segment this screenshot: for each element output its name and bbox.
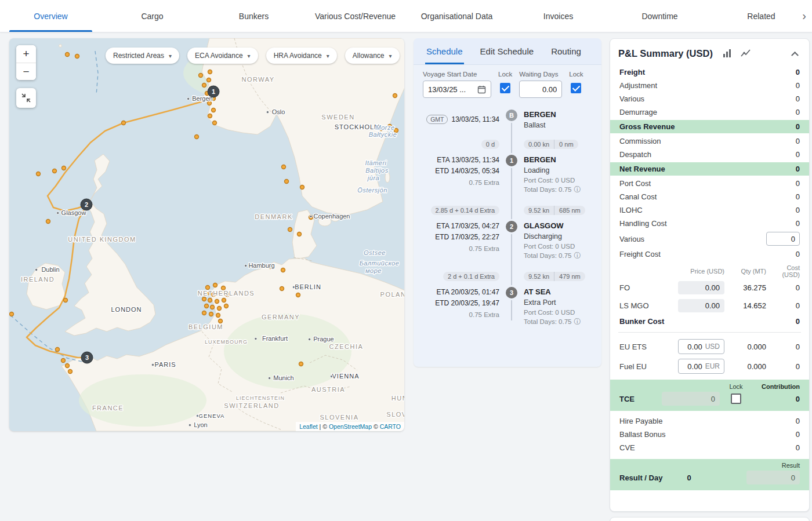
- port-dot[interactable]: [37, 172, 41, 176]
- port-dot[interactable]: [281, 268, 285, 272]
- port-dot[interactable]: [202, 83, 206, 88]
- schedule-tab-edit-schedule[interactable]: Edit Schedule: [479, 38, 535, 64]
- port-dot[interactable]: [298, 232, 302, 236]
- info-icon[interactable]: ⓘ: [574, 252, 581, 259]
- tab-overview[interactable]: Overview: [0, 0, 102, 32]
- port-dot[interactable]: [75, 54, 79, 59]
- recenter-button[interactable]: [16, 88, 36, 108]
- port-dot[interactable]: [61, 359, 66, 363]
- port-dot[interactable]: [300, 185, 304, 190]
- collapse-panel-icon[interactable]: [788, 47, 801, 60]
- tab-bunkers[interactable]: Bunkers: [203, 0, 304, 32]
- tab-various-cost-revenue[interactable]: Various Cost/Revenue: [304, 0, 406, 32]
- port-dot[interactable]: [212, 108, 216, 112]
- voyage-start-date-input[interactable]: 13/03/25 ...: [423, 81, 491, 98]
- port-dot[interactable]: [206, 286, 210, 290]
- calendar-icon[interactable]: [477, 85, 486, 94]
- map-filter-hra-avoidance[interactable]: HRA Avoidance▾: [266, 48, 337, 64]
- voyage-start-lock-checkbox[interactable]: [500, 83, 510, 93]
- port-dot[interactable]: [202, 311, 206, 315]
- port-dot[interactable]: [208, 114, 212, 118]
- voyage-start-lock-field: Lock: [498, 71, 512, 93]
- fo-price-input[interactable]: [678, 281, 724, 294]
- waiting-days-input[interactable]: [519, 81, 562, 98]
- schedule-tab-routing[interactable]: Routing: [550, 38, 582, 64]
- result-per-day-value: 0: [687, 473, 691, 482]
- tab-related[interactable]: Related: [710, 0, 812, 32]
- port-dot[interactable]: [217, 307, 222, 311]
- port-dot[interactable]: [68, 370, 72, 374]
- port-dot[interactable]: [213, 121, 217, 125]
- fuel-eu-price-input[interactable]: 0.00EUR: [678, 359, 724, 374]
- bar-chart-icon[interactable]: [722, 49, 731, 58]
- port-dot[interactable]: [282, 165, 286, 169]
- port-dot[interactable]: [209, 312, 213, 316]
- port-dot[interactable]: [213, 283, 217, 287]
- port-dot[interactable]: [211, 305, 215, 309]
- port-dot[interactable]: [288, 228, 292, 232]
- port-dot[interactable]: [202, 297, 206, 301]
- ls-mgo-price-input[interactable]: [678, 299, 724, 312]
- port-name: BERGEN: [524, 155, 596, 165]
- info-icon[interactable]: ⓘ: [574, 186, 581, 193]
- port-dot[interactable]: [46, 220, 50, 224]
- carto-link[interactable]: CARTO: [380, 423, 401, 430]
- port-dot[interactable]: [224, 304, 229, 308]
- port-dot[interactable]: [66, 364, 70, 368]
- port-dot[interactable]: [207, 78, 211, 82]
- map-filter-allowance[interactable]: Allowance▾: [345, 48, 400, 64]
- zoom-out-button[interactable]: −: [16, 63, 36, 80]
- port-dot[interactable]: [64, 298, 68, 303]
- port-dot[interactable]: [205, 304, 209, 308]
- port-dot[interactable]: [285, 180, 289, 184]
- result-input[interactable]: [746, 471, 800, 484]
- eu-ets-price-input[interactable]: 0.00USD: [678, 339, 724, 354]
- port-dot[interactable]: [62, 166, 66, 170]
- tab-cargo[interactable]: Cargo: [102, 0, 203, 32]
- port-dot[interactable]: [195, 135, 199, 139]
- city-dot: [255, 337, 257, 340]
- port-dot[interactable]: [199, 74, 203, 78]
- port-dot[interactable]: [56, 348, 60, 352]
- leaflet-link[interactable]: Leaflet: [299, 423, 318, 430]
- pnl-row-various-input: Various: [618, 230, 801, 247]
- tab-invoices[interactable]: Invoices: [507, 0, 609, 32]
- pnl-row-label: Despatch: [619, 150, 651, 159]
- port-dot[interactable]: [296, 293, 300, 297]
- timeline-node-start: B: [506, 110, 517, 121]
- map-filter-restricted-areas[interactable]: Restricted Areas▾: [106, 48, 179, 64]
- tce-input[interactable]: [662, 392, 720, 406]
- port-dot[interactable]: [299, 362, 303, 366]
- port-dot[interactable]: [122, 121, 126, 125]
- port-dot[interactable]: [280, 287, 284, 291]
- port-dot[interactable]: [222, 298, 226, 303]
- pnl-row-net-revenue: Net Revenue0: [610, 162, 809, 176]
- map-filter-eca-avoidance[interactable]: ECA Avoidance▾: [187, 48, 258, 64]
- tce-lock-label: Lock: [723, 383, 749, 390]
- port-dot[interactable]: [10, 312, 14, 316]
- port-dot[interactable]: [393, 94, 397, 98]
- various-cost-input[interactable]: [766, 232, 800, 246]
- tab-downtime[interactable]: Downtime: [609, 0, 710, 32]
- info-icon[interactable]: ⓘ: [574, 318, 581, 325]
- schedule-tab-schedule[interactable]: Schedule: [425, 38, 464, 64]
- port-dot[interactable]: [53, 169, 57, 173]
- timeline-node-3: 3: [506, 287, 517, 298]
- zoom-in-button[interactable]: +: [16, 45, 36, 63]
- pnl-summary-panel: P&L Summary (USD) Freight0Adjustment0Var…: [610, 38, 810, 512]
- port-dot[interactable]: [208, 298, 212, 303]
- tce-input-cell: [662, 392, 720, 406]
- analytics-line-icon[interactable]: [741, 49, 751, 58]
- port-dot[interactable]: [216, 314, 220, 318]
- tab-organisational-data[interactable]: Organisational Data: [406, 0, 507, 32]
- port-dot[interactable]: [208, 70, 212, 74]
- port-dot[interactable]: [219, 319, 223, 323]
- port-dot[interactable]: [66, 53, 70, 57]
- nav-scroll-right-icon[interactable]: ›: [798, 0, 811, 32]
- voyage-map[interactable]: NORWAYSWEDENUNITED KINGDOMIRELANDDENMARK…: [9, 38, 404, 431]
- waiting-days-label: Waiting Days: [519, 71, 562, 78]
- waiting-days-lock-checkbox[interactable]: [571, 83, 581, 93]
- port-dot[interactable]: [215, 300, 219, 304]
- tce-lock-checkbox[interactable]: [731, 394, 741, 404]
- openstreetmap-link[interactable]: OpenStreetMap: [329, 423, 372, 430]
